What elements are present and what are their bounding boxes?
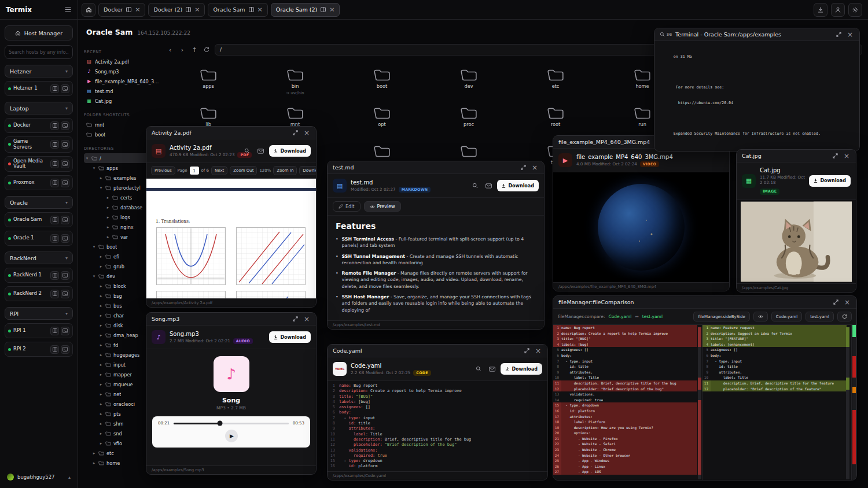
terminal-window[interactable]: se Terminal - Oracle Sam:/apps/examples … [654, 28, 860, 151]
session-tab[interactable]: Docker × [98, 3, 145, 17]
tab-close-icon[interactable]: × [194, 6, 200, 13]
tree-chevron-icon[interactable]: ▸ [99, 313, 103, 318]
play-button[interactable]: ▶ [225, 430, 238, 442]
pdf-download-button[interactable]: Download [299, 166, 316, 175]
host-search-input[interactable] [9, 50, 69, 55]
next-page-button[interactable]: Next [211, 166, 227, 175]
tree-chevron-icon[interactable]: ▸ [99, 294, 103, 298]
edit-tab[interactable]: Edit [333, 201, 361, 212]
preview-tab[interactable]: Preview [364, 201, 401, 212]
host-files-button[interactable] [50, 290, 59, 298]
video-viewer-window[interactable]: file_example_MP4_640_3MG.mp4 × ▶ file_ex… [553, 135, 730, 291]
zoom-out-button[interactable]: Zoom Out [230, 166, 257, 175]
tree-chevron-icon[interactable]: ▾ [99, 186, 103, 190]
folder-item[interactable]: root [547, 99, 564, 138]
folder-item[interactable]: bin → usr/bin [286, 61, 304, 99]
folder-item[interactable]: proc [460, 99, 477, 138]
folder-item[interactable]: dev [460, 61, 477, 99]
host-item[interactable]: RackNerd 1 [5, 268, 73, 283]
mail-icon[interactable] [484, 181, 493, 190]
close-icon[interactable]: × [534, 347, 542, 355]
expand-icon[interactable] [832, 298, 840, 306]
tree-chevron-icon[interactable]: ▸ [99, 343, 103, 347]
host-item[interactable]: Game Servers [5, 136, 73, 153]
tree-chevron-icon[interactable]: ▾ [92, 274, 96, 279]
host-terminal-button[interactable] [61, 216, 69, 224]
refresh-compare-button[interactable] [837, 312, 852, 321]
host-terminal-button[interactable] [61, 345, 69, 354]
audio-player-window[interactable]: Song.mp3 × ♪ Song.mp3 2.7 MB Modified: O… [146, 312, 317, 475]
zoom-in-button[interactable]: Zoom In [273, 166, 297, 175]
close-icon[interactable]: × [303, 129, 311, 137]
terminal-output[interactable]: on 31 Ma For more details see: https://u… [654, 41, 859, 151]
tab-close-icon[interactable]: × [258, 6, 263, 13]
expand-icon[interactable] [519, 164, 527, 172]
markdown-viewer-window[interactable]: test.md × ▤ test.md Modified: Oct 2 02:2… [327, 161, 545, 330]
recent-file[interactable]: file_example_MP4_640_3MG... [84, 76, 161, 86]
host-item[interactable]: Oracle 1 [5, 231, 73, 246]
window-titlebar[interactable]: fileManager:fileComparison × [553, 296, 856, 309]
host-terminal-button[interactable] [61, 121, 69, 130]
diff-left-pane[interactable]: 1 name: Bug report 2 description: Create… [553, 325, 703, 480]
tree-chevron-icon[interactable]: ▾ [92, 245, 96, 249]
recent-file[interactable]: Activity 2a.pdf [84, 57, 161, 66]
diff-overview-ruler[interactable] [852, 325, 856, 480]
recent-file[interactable]: Cat.jpg [84, 96, 161, 106]
right-file-button[interactable]: test.yaml [806, 312, 834, 321]
folder-item[interactable]: opt [373, 99, 391, 138]
pdf-viewer-window[interactable]: Activity 2a.pdf × ▤ Activity 2a.pdf 470.… [146, 126, 317, 308]
host-files-button[interactable] [50, 327, 59, 335]
tree-chevron-icon[interactable]: ▸ [99, 431, 103, 436]
forward-icon[interactable]: › [178, 45, 186, 54]
close-icon[interactable]: × [303, 315, 311, 323]
tree-chevron-icon[interactable]: ▸ [99, 422, 103, 426]
download-button[interactable]: Download [809, 175, 851, 187]
home-tab-button[interactable] [82, 3, 95, 17]
folder-item[interactable]: etc [547, 61, 564, 99]
window-titlebar[interactable]: Code.yaml × [328, 345, 547, 357]
up-directory-icon[interactable]: ↑ [190, 45, 198, 54]
host-files-button[interactable] [50, 121, 59, 130]
window-titlebar[interactable]: Song.mp3 × [146, 313, 316, 326]
host-terminal-button[interactable] [61, 234, 69, 243]
tree-chevron-icon[interactable]: ▸ [99, 284, 103, 289]
tab-close-icon[interactable]: × [329, 6, 334, 13]
seek-slider[interactable] [174, 423, 289, 424]
host-item[interactable]: RPI 2 [5, 342, 73, 357]
expand-icon[interactable] [523, 347, 531, 355]
pdf-page-preview[interactable]: 1. Translations: [146, 179, 316, 298]
host-group-header[interactable]: RPI ▾ [5, 307, 73, 320]
folder-item[interactable]: boot [373, 61, 391, 99]
split-view-icon[interactable] [321, 7, 326, 12]
download-button[interactable]: Download [269, 145, 311, 157]
host-terminal-button[interactable] [61, 271, 69, 280]
tree-chevron-icon[interactable]: ▸ [99, 323, 103, 328]
markdown-preview[interactable]: Features • SSH Terminal Access - Full-fe… [328, 216, 544, 320]
host-item[interactable]: RPI 1 [5, 323, 73, 338]
expand-icon[interactable] [291, 315, 299, 323]
user-menu[interactable]: bugatihguy527 ▴ [5, 471, 73, 483]
tree-chevron-icon[interactable]: ▸ [92, 451, 96, 456]
expand-icon[interactable] [831, 152, 839, 160]
download-button[interactable]: Download [497, 180, 539, 191]
split-view-icon[interactable] [126, 7, 131, 12]
split-view-icon[interactable] [186, 7, 191, 12]
close-icon[interactable]: × [843, 298, 851, 306]
search-icon[interactable] [474, 364, 483, 374]
host-item[interactable]: Hetzner 1 [5, 81, 73, 96]
left-file-button[interactable]: Code.yaml [771, 312, 802, 321]
image-preview[interactable] [737, 200, 856, 283]
folder-item[interactable]: apps [200, 61, 217, 99]
folder-item[interactable]: run [634, 99, 651, 138]
close-icon[interactable]: × [843, 152, 851, 160]
side-by-side-toggle[interactable]: fileManager.sideBySide [693, 312, 749, 321]
tree-chevron-icon[interactable]: ▸ [106, 215, 110, 220]
host-terminal-button[interactable] [61, 179, 69, 187]
tree-chevron-icon[interactable]: ▸ [99, 254, 103, 259]
diff-left-minimap[interactable] [698, 327, 701, 479]
refresh-icon[interactable] [203, 45, 211, 54]
host-terminal-button[interactable] [61, 290, 69, 298]
tree-chevron-icon[interactable]: ▸ [99, 363, 103, 367]
host-terminal-button[interactable] [61, 160, 69, 168]
download-button[interactable]: Download [501, 363, 542, 375]
